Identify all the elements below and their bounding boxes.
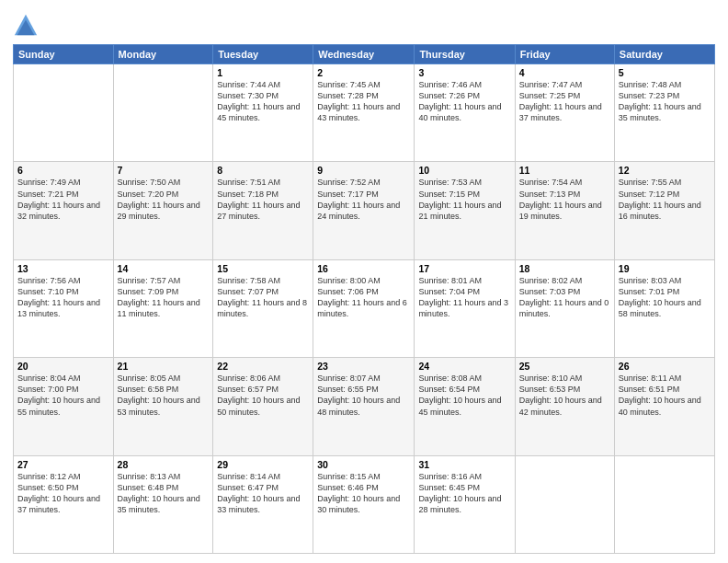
day-number: 31	[418, 459, 510, 470]
day-number: 8	[217, 165, 309, 176]
day-number: 3	[418, 67, 510, 78]
weekday-header-monday: Monday	[113, 45, 213, 64]
calendar-cell: 7Sunrise: 7:50 AMSunset: 7:20 PMDaylight…	[113, 162, 213, 259]
day-number: 25	[519, 361, 610, 372]
weekday-header-thursday: Thursday	[415, 45, 515, 64]
day-info: Sunrise: 8:15 AMSunset: 6:46 PMDaylight:…	[317, 471, 410, 516]
calendar-cell: 27Sunrise: 8:12 AMSunset: 6:50 PMDayligh…	[14, 455, 114, 553]
day-number: 11	[519, 165, 610, 176]
day-number: 5	[619, 67, 711, 78]
day-info: Sunrise: 7:54 AMSunset: 7:13 PMDaylight:…	[519, 177, 610, 222]
calendar-cell: 17Sunrise: 8:01 AMSunset: 7:04 PMDayligh…	[415, 259, 515, 357]
calendar-cell: 29Sunrise: 8:14 AMSunset: 6:47 PMDayligh…	[213, 455, 313, 553]
calendar-cell: 11Sunrise: 7:54 AMSunset: 7:13 PMDayligh…	[515, 162, 614, 259]
calendar-cell	[113, 64, 213, 162]
day-number: 26	[619, 361, 711, 372]
day-number: 21	[118, 361, 210, 372]
calendar-body: 1Sunrise: 7:44 AMSunset: 7:30 PMDaylight…	[14, 64, 715, 554]
weekday-header-friday: Friday	[515, 45, 614, 64]
day-number: 24	[418, 361, 510, 372]
day-info: Sunrise: 8:05 AMSunset: 6:58 PMDaylight:…	[118, 373, 210, 418]
day-info: Sunrise: 7:44 AMSunset: 7:30 PMDaylight:…	[217, 79, 309, 124]
day-number: 9	[317, 165, 410, 176]
day-number: 19	[619, 263, 711, 274]
day-info: Sunrise: 7:52 AMSunset: 7:17 PMDaylight:…	[317, 177, 410, 222]
day-info: Sunrise: 8:16 AMSunset: 6:45 PMDaylight:…	[418, 471, 510, 516]
day-info: Sunrise: 8:12 AMSunset: 6:50 PMDaylight:…	[17, 471, 109, 516]
day-number: 30	[317, 459, 410, 470]
calendar-cell: 23Sunrise: 8:07 AMSunset: 6:55 PMDayligh…	[313, 358, 415, 455]
day-number: 27	[17, 459, 109, 470]
header	[13, 9, 715, 39]
calendar-cell: 26Sunrise: 8:11 AMSunset: 6:51 PMDayligh…	[614, 358, 714, 455]
week-row-3: 13Sunrise: 7:56 AMSunset: 7:10 PMDayligh…	[14, 259, 715, 357]
calendar-cell: 3Sunrise: 7:46 AMSunset: 7:26 PMDaylight…	[415, 64, 515, 162]
weekday-header-sunday: Sunday	[14, 45, 114, 64]
day-number: 12	[619, 165, 711, 176]
calendar-cell	[14, 64, 114, 162]
day-number: 1	[217, 67, 309, 78]
calendar-cell: 20Sunrise: 8:04 AMSunset: 7:00 PMDayligh…	[14, 358, 114, 455]
calendar-cell: 1Sunrise: 7:44 AMSunset: 7:30 PMDaylight…	[213, 64, 313, 162]
calendar-cell	[614, 455, 714, 553]
weekday-header-wednesday: Wednesday	[313, 45, 415, 64]
day-info: Sunrise: 7:50 AMSunset: 7:20 PMDaylight:…	[118, 177, 210, 222]
day-number: 7	[118, 165, 210, 176]
day-number: 23	[317, 361, 410, 372]
day-info: Sunrise: 8:14 AMSunset: 6:47 PMDaylight:…	[217, 471, 309, 516]
day-info: Sunrise: 8:03 AMSunset: 7:01 PMDaylight:…	[619, 275, 711, 320]
day-info: Sunrise: 7:47 AMSunset: 7:25 PMDaylight:…	[519, 79, 610, 124]
day-number: 6	[17, 165, 109, 176]
calendar-header: SundayMondayTuesdayWednesdayThursdayFrid…	[14, 45, 715, 64]
day-info: Sunrise: 7:48 AMSunset: 7:23 PMDaylight:…	[619, 79, 711, 124]
logo-icon	[13, 13, 39, 39]
week-row-2: 6Sunrise: 7:49 AMSunset: 7:21 PMDaylight…	[14, 162, 715, 259]
day-info: Sunrise: 8:13 AMSunset: 6:48 PMDaylight:…	[118, 471, 210, 516]
calendar-cell: 12Sunrise: 7:55 AMSunset: 7:12 PMDayligh…	[614, 162, 714, 259]
day-info: Sunrise: 8:06 AMSunset: 6:57 PMDaylight:…	[217, 373, 309, 418]
day-info: Sunrise: 7:53 AMSunset: 7:15 PMDaylight:…	[418, 177, 510, 222]
day-info: Sunrise: 7:58 AMSunset: 7:07 PMDaylight:…	[217, 275, 309, 320]
calendar-cell: 18Sunrise: 8:02 AMSunset: 7:03 PMDayligh…	[515, 259, 614, 357]
day-info: Sunrise: 8:01 AMSunset: 7:04 PMDaylight:…	[418, 275, 510, 320]
day-number: 13	[17, 263, 109, 274]
calendar-table: SundayMondayTuesdayWednesdayThursdayFrid…	[13, 44, 715, 554]
week-row-1: 1Sunrise: 7:44 AMSunset: 7:30 PMDaylight…	[14, 64, 715, 162]
day-number: 18	[519, 263, 610, 274]
calendar-cell: 9Sunrise: 7:52 AMSunset: 7:17 PMDaylight…	[313, 162, 415, 259]
week-row-4: 20Sunrise: 8:04 AMSunset: 7:00 PMDayligh…	[14, 358, 715, 455]
weekday-header-saturday: Saturday	[614, 45, 714, 64]
calendar-cell	[515, 455, 614, 553]
day-info: Sunrise: 8:00 AMSunset: 7:06 PMDaylight:…	[317, 275, 410, 320]
calendar-cell: 22Sunrise: 8:06 AMSunset: 6:57 PMDayligh…	[213, 358, 313, 455]
day-info: Sunrise: 7:55 AMSunset: 7:12 PMDaylight:…	[619, 177, 711, 222]
calendar-cell: 2Sunrise: 7:45 AMSunset: 7:28 PMDaylight…	[313, 64, 415, 162]
weekday-header-tuesday: Tuesday	[213, 45, 313, 64]
calendar-cell: 5Sunrise: 7:48 AMSunset: 7:23 PMDaylight…	[614, 64, 714, 162]
weekday-row: SundayMondayTuesdayWednesdayThursdayFrid…	[14, 45, 715, 64]
day-info: Sunrise: 8:02 AMSunset: 7:03 PMDaylight:…	[519, 275, 610, 320]
page: SundayMondayTuesdayWednesdayThursdayFrid…	[0, 0, 728, 563]
calendar-cell: 14Sunrise: 7:57 AMSunset: 7:09 PMDayligh…	[113, 259, 213, 357]
day-info: Sunrise: 8:04 AMSunset: 7:00 PMDaylight:…	[17, 373, 109, 418]
day-number: 2	[317, 67, 410, 78]
calendar-cell: 19Sunrise: 8:03 AMSunset: 7:01 PMDayligh…	[614, 259, 714, 357]
day-info: Sunrise: 7:49 AMSunset: 7:21 PMDaylight:…	[17, 177, 109, 222]
day-number: 14	[118, 263, 210, 274]
calendar-cell: 13Sunrise: 7:56 AMSunset: 7:10 PMDayligh…	[14, 259, 114, 357]
calendar-cell: 31Sunrise: 8:16 AMSunset: 6:45 PMDayligh…	[415, 455, 515, 553]
week-row-5: 27Sunrise: 8:12 AMSunset: 6:50 PMDayligh…	[14, 455, 715, 553]
day-info: Sunrise: 7:46 AMSunset: 7:26 PMDaylight:…	[418, 79, 510, 124]
calendar-cell: 6Sunrise: 7:49 AMSunset: 7:21 PMDaylight…	[14, 162, 114, 259]
calendar-cell: 4Sunrise: 7:47 AMSunset: 7:25 PMDaylight…	[515, 64, 614, 162]
calendar-cell: 28Sunrise: 8:13 AMSunset: 6:48 PMDayligh…	[113, 455, 213, 553]
day-info: Sunrise: 8:08 AMSunset: 6:54 PMDaylight:…	[418, 373, 510, 418]
calendar-cell: 24Sunrise: 8:08 AMSunset: 6:54 PMDayligh…	[415, 358, 515, 455]
day-number: 10	[418, 165, 510, 176]
calendar-cell: 21Sunrise: 8:05 AMSunset: 6:58 PMDayligh…	[113, 358, 213, 455]
day-number: 28	[118, 459, 210, 470]
day-info: Sunrise: 8:11 AMSunset: 6:51 PMDaylight:…	[619, 373, 711, 418]
day-number: 20	[17, 361, 109, 372]
day-number: 17	[418, 263, 510, 274]
calendar-cell: 8Sunrise: 7:51 AMSunset: 7:18 PMDaylight…	[213, 162, 313, 259]
